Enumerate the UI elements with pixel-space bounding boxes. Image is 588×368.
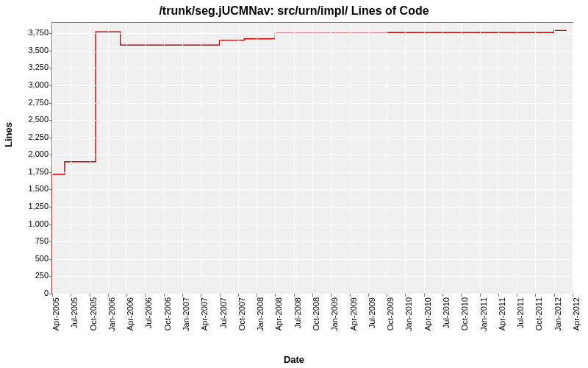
x-tick-label: Oct-2005 <box>89 297 98 349</box>
x-tick-label: Apr-2007 <box>200 297 209 349</box>
x-tick-label: Jul-2010 <box>442 297 451 349</box>
x-tick-label: Jan-2007 <box>182 297 190 349</box>
y-tick-label: 1,000 <box>4 219 49 228</box>
x-tick-label: Jul-2011 <box>516 297 525 349</box>
x-tick-label: Apr-2010 <box>423 297 432 349</box>
x-tick-label: Apr-2005 <box>51 297 60 349</box>
y-tick-label: 500 <box>4 254 49 263</box>
y-tick-label: 2,000 <box>4 149 49 158</box>
x-tick-label: Jul-2008 <box>293 297 302 349</box>
x-tick-label: Apr-2006 <box>126 297 135 349</box>
x-tick-label: Oct-2010 <box>460 297 469 349</box>
chart-title: /trunk/seg.jUCMNav: src/urn/impl/ Lines … <box>0 4 588 18</box>
chart-container: /trunk/seg.jUCMNav: src/urn/impl/ Lines … <box>0 0 588 368</box>
x-tick-label: Oct-2008 <box>312 297 320 349</box>
x-tick-label: Oct-2007 <box>237 297 246 349</box>
y-tick-label: 3,500 <box>4 46 49 54</box>
x-tick-label: Jul-2007 <box>219 297 228 349</box>
x-tick-label: Jan-2006 <box>107 297 116 349</box>
y-tick-label: 2,250 <box>4 132 49 141</box>
x-tick-label: Jan-2012 <box>553 297 562 349</box>
y-tick-label: 750 <box>4 236 49 245</box>
x-tick-label: Oct-2006 <box>163 297 172 349</box>
x-axis-label: Date <box>0 354 588 365</box>
x-tick-label: Apr-2008 <box>274 297 283 349</box>
y-tick-label: 3,250 <box>4 63 49 71</box>
x-tick-label: Oct-2011 <box>534 297 543 349</box>
y-tick-label: 1,250 <box>4 202 49 210</box>
y-tick-label: 2,750 <box>4 98 49 107</box>
x-tick-label: Jul-2006 <box>144 297 153 349</box>
x-tick-label: Apr-2012 <box>572 297 581 349</box>
plot-area <box>51 22 573 294</box>
x-tick-label: Jan-2011 <box>479 297 488 349</box>
x-tick-label: Jul-2009 <box>368 297 376 349</box>
y-tick-label: 1,750 <box>4 167 49 176</box>
x-tick-label: Oct-2009 <box>386 297 395 349</box>
y-tick-label: 3,000 <box>4 80 49 89</box>
y-tick-label: 2,500 <box>4 115 49 124</box>
y-tick-label: 1,500 <box>4 184 49 193</box>
y-tick-label: 250 <box>4 271 49 280</box>
x-tick-label: Jan-2008 <box>256 297 265 349</box>
y-tick-label: 3,750 <box>4 28 49 37</box>
y-tick-label: 0 <box>4 289 49 297</box>
x-tick-label: Jul-2005 <box>70 297 79 349</box>
x-tick-label: Jan-2009 <box>330 297 339 349</box>
x-tick-label: Apr-2011 <box>498 297 506 349</box>
x-tick-label: Jan-2010 <box>404 297 413 349</box>
x-tick-label: Apr-2009 <box>349 297 358 349</box>
